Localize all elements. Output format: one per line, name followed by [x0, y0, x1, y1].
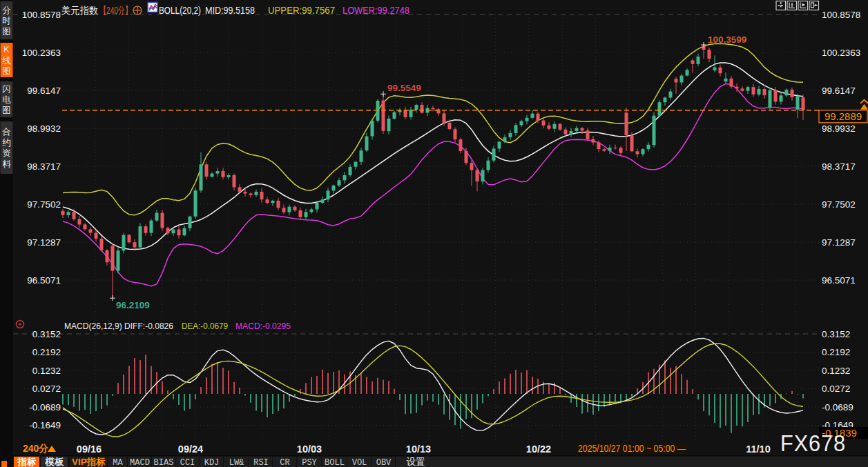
svg-text:MA: MA	[113, 458, 123, 467]
svg-text:09/24: 09/24	[178, 444, 203, 455]
svg-text:99.5549: 99.5549	[387, 83, 421, 93]
svg-text:97.7502: 97.7502	[822, 199, 856, 210]
svg-text:0.0272: 0.0272	[822, 384, 850, 394]
svg-text:0.1232: 0.1232	[32, 366, 61, 376]
svg-text:时: 时	[2, 16, 11, 26]
svg-text:电: 电	[2, 95, 11, 105]
svg-text:0.3152: 0.3152	[32, 329, 61, 339]
svg-text:合: 合	[1, 127, 11, 137]
svg-text:0.2192: 0.2192	[822, 347, 850, 357]
svg-text:96.5071: 96.5071	[822, 275, 856, 286]
svg-text:-0.0689: -0.0689	[822, 402, 853, 413]
svg-text:MID:99.5158: MID:99.5158	[205, 5, 255, 16]
svg-text:97.1287: 97.1287	[27, 237, 61, 248]
svg-text:11/10: 11/10	[746, 444, 771, 455]
svg-text:99.2889: 99.2889	[824, 110, 862, 122]
svg-text:VIP指标: VIP指标	[72, 457, 106, 467]
svg-text:10/13: 10/13	[406, 444, 431, 455]
svg-text:100.8578: 100.8578	[822, 10, 860, 20]
svg-text:BOLL: BOLL	[325, 458, 345, 467]
svg-text:模板: 模板	[45, 457, 65, 467]
svg-text:PSY: PSY	[302, 458, 317, 467]
svg-text:10/03: 10/03	[297, 444, 322, 455]
svg-text:96.5071: 96.5071	[27, 275, 61, 286]
svg-text:KDJ: KDJ	[204, 458, 220, 467]
svg-text:BIAS: BIAS	[154, 458, 174, 467]
svg-text:99.6147: 99.6147	[27, 86, 61, 96]
svg-text:100.3599: 100.3599	[708, 34, 746, 45]
svg-text:美元指数: 美元指数	[61, 5, 98, 16]
svg-text:【240分】: 【240分】	[99, 5, 132, 16]
svg-text:RSI: RSI	[253, 458, 269, 467]
svg-text:-0.0689: -0.0689	[29, 402, 61, 413]
svg-text:98.9932: 98.9932	[27, 123, 61, 134]
svg-text:线: 线	[2, 56, 11, 66]
svg-text:CR: CR	[280, 458, 289, 467]
svg-text:MACD:-0.0295: MACD:-0.0295	[235, 321, 291, 331]
svg-text:料: 料	[2, 159, 11, 169]
svg-text:10/22: 10/22	[526, 444, 551, 455]
svg-text:98.3717: 98.3717	[822, 161, 856, 172]
svg-text:0.2192: 0.2192	[32, 347, 61, 357]
svg-text:09/16: 09/16	[77, 444, 102, 455]
svg-text:98.9932: 98.9932	[822, 123, 856, 134]
svg-text:96.2109: 96.2109	[116, 300, 150, 310]
svg-text:97.1287: 97.1287	[822, 237, 856, 248]
svg-text:MACD(26,12,9) DIFF:-0.0826: MACD(26,12,9) DIFF:-0.0826	[64, 321, 173, 331]
svg-text:分: 分	[2, 6, 11, 15]
svg-text:DEA:-0.0679: DEA:-0.0679	[182, 321, 228, 331]
svg-text:图: 图	[2, 27, 11, 37]
svg-text:BOLL(20,2): BOLL(20,2)	[159, 5, 201, 16]
svg-text:0.0272: 0.0272	[32, 384, 61, 394]
svg-text:闪: 闪	[2, 84, 11, 94]
svg-text:240分: 240分	[23, 443, 48, 454]
svg-text:100.2363: 100.2363	[22, 48, 61, 58]
svg-text:2025/10/27 01:00 ~ 05:00 —: 2025/10/27 01:00 ~ 05:00 —	[578, 443, 686, 454]
svg-text:0.1232: 0.1232	[822, 366, 850, 376]
svg-text:-0.1649: -0.1649	[29, 420, 61, 430]
svg-text:0.3152: 0.3152	[822, 329, 850, 339]
svg-text:LOWER:99.2748: LOWER:99.2748	[343, 5, 409, 16]
svg-text:指标: 指标	[17, 457, 37, 467]
svg-text:100.2363: 100.2363	[822, 48, 860, 58]
svg-text:图: 图	[2, 66, 11, 76]
svg-text:MACD: MACD	[130, 458, 150, 467]
svg-text:100.8578: 100.8578	[22, 10, 61, 20]
svg-text:约: 约	[2, 138, 11, 148]
svg-text:97.7502: 97.7502	[27, 199, 61, 210]
svg-text:资: 资	[2, 148, 11, 158]
svg-text:99.6147: 99.6147	[822, 86, 856, 96]
svg-text:UPPER:99.7567: UPPER:99.7567	[268, 5, 335, 16]
svg-text:98.3717: 98.3717	[27, 161, 61, 172]
svg-text:FX678: FX678	[780, 430, 846, 456]
svg-text:OBV: OBV	[376, 458, 392, 467]
svg-text:图: 图	[2, 106, 11, 115]
svg-text:VOL: VOL	[352, 458, 367, 467]
svg-text:设置: 设置	[407, 457, 425, 467]
svg-text:LW&: LW&	[229, 458, 244, 467]
svg-text:CCI: CCI	[180, 458, 195, 467]
svg-text:K: K	[3, 45, 10, 54]
